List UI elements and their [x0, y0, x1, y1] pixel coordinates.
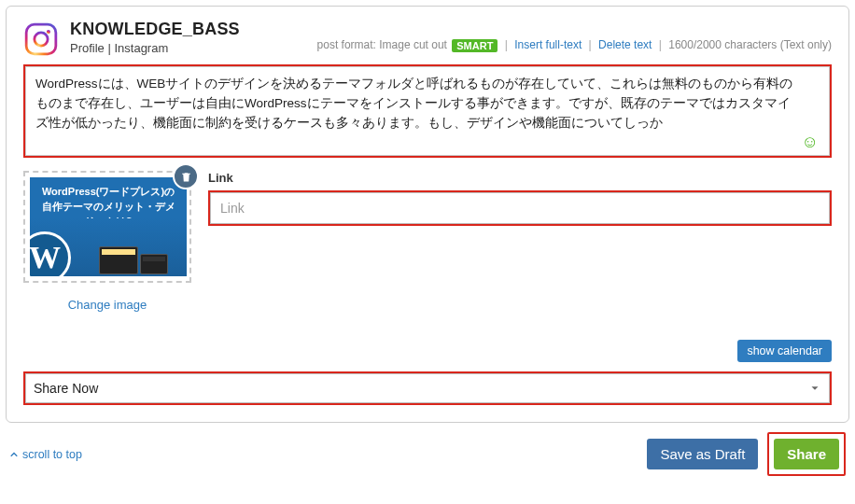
smart-badge: SMART	[452, 39, 498, 52]
change-image-link[interactable]: Change image	[68, 298, 147, 312]
scroll-to-top-label: scroll to top	[22, 448, 82, 461]
calendar-row: show calendar	[23, 340, 832, 362]
link-input-wrap	[208, 190, 832, 226]
wordpress-icon: W	[30, 231, 71, 276]
delete-image-button[interactable]	[173, 163, 199, 189]
insert-full-text-link[interactable]: Insert full-text	[514, 38, 582, 51]
post-format-label: post format: Image cut out	[317, 38, 447, 51]
scroll-to-top-link[interactable]: scroll to top	[9, 448, 82, 461]
toolbar: post format: Image cut out SMART | Inser…	[317, 38, 832, 52]
footer-actions: Save as Draft Share	[647, 432, 846, 476]
svg-point-1	[35, 33, 48, 46]
svg-point-2	[47, 30, 50, 34]
schedule-wrap: Share Now	[23, 371, 832, 405]
image-column: WordPress(ワードプレス)の 自作テーマのメリット・デメリットは? W	[23, 171, 191, 312]
chevron-up-icon	[9, 450, 19, 459]
profile-block: KNOWLEDGE_BASS Profile | Instagram post …	[70, 20, 832, 55]
media-link-row: WordPress(ワードプレス)の 自作テーマのメリット・デメリットは? W	[23, 171, 832, 312]
thumb-line1: WordPress(ワードプレス)の	[39, 185, 177, 200]
link-column: Link	[208, 171, 832, 226]
footer: scroll to top Save as Draft Share	[4, 432, 851, 476]
link-label: Link	[208, 171, 832, 185]
trash-icon	[180, 171, 192, 183]
thumbnail: WordPress(ワードプレス)の 自作テーマのメリット・デメリットは? W	[30, 177, 187, 276]
profile-subtitle: Profile | Instagram	[70, 41, 240, 55]
delete-text-link[interactable]: Delete text	[598, 38, 652, 51]
char-counter: 1600/2000 characters (Text only)	[668, 38, 832, 51]
content-wrap: ☺	[23, 64, 832, 158]
content-textarea[interactable]	[25, 66, 830, 156]
image-preview[interactable]: WordPress(ワードプレス)の 自作テーマのメリット・デメリットは? W	[23, 171, 191, 283]
show-calendar-button[interactable]: show calendar	[737, 340, 832, 362]
share-highlight: Share	[767, 432, 846, 476]
schedule-select[interactable]: Share Now	[25, 373, 830, 403]
save-draft-button[interactable]: Save as Draft	[647, 439, 758, 469]
instagram-icon	[23, 21, 59, 57]
svg-rect-0	[26, 24, 56, 54]
emoji-icon[interactable]: ☺	[802, 133, 819, 152]
card-header: KNOWLEDGE_BASS Profile | Instagram post …	[23, 20, 832, 57]
link-input[interactable]	[210, 192, 830, 224]
devices-illustration	[99, 246, 168, 274]
profile-name: KNOWLEDGE_BASS	[70, 20, 240, 39]
post-card: KNOWLEDGE_BASS Profile | Instagram post …	[6, 6, 849, 423]
share-button[interactable]: Share	[774, 439, 839, 469]
